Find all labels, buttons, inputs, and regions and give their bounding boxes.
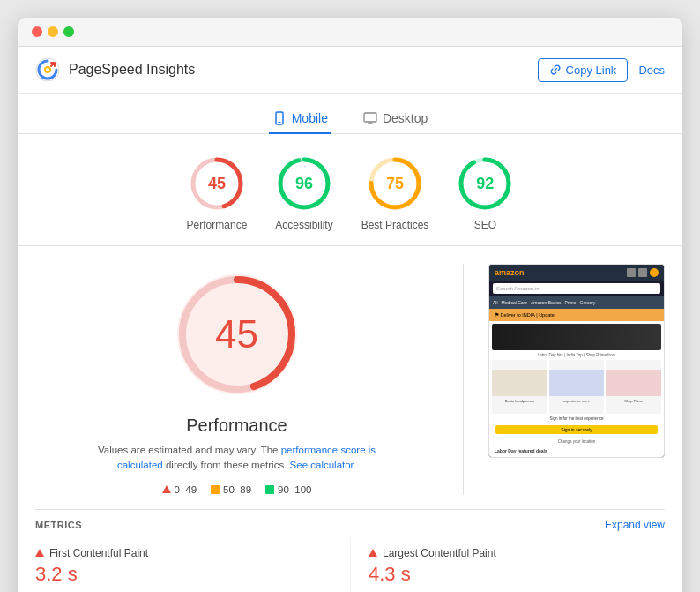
legend-triangle-red (162, 485, 171, 493)
metric-lcp-indicator (369, 549, 377, 557)
ss-product-text-3: Shop Prime (623, 398, 644, 404)
legend-range-low: 0–49 (175, 484, 197, 495)
score-card-performance: 45 Performance (187, 155, 248, 231)
metrics-section-title: METRICS (35, 520, 82, 530)
ss-product-img-1 (492, 370, 547, 396)
ss-sign-text: Sign in securely (561, 427, 592, 432)
ss-hero-labels: Labor Day hits | India Top | Shop Prime … (492, 352, 661, 358)
metric-fcp: First Contentful Paint 3.2 s (35, 538, 350, 593)
score-circle-accessibility: 96 (276, 155, 332, 212)
svg-rect-5 (364, 113, 376, 122)
ss-prime-bar: ⚑ Deliver to INDIA | Update (489, 309, 664, 321)
app-window: PageSpeed Insights Copy Link Docs Mobile (18, 18, 682, 592)
ss-sign-label: Sign in for the best experience (492, 416, 661, 422)
header-actions: Copy Link Docs (538, 58, 665, 82)
legend-range-mid: 50–89 (223, 484, 251, 495)
performance-left: 45 Performance Values are estimated and … (35, 264, 438, 495)
ss-product-text-2: experience more (562, 398, 591, 404)
main-content: 45 Performance Values are estimated and … (18, 246, 682, 592)
ss-products: Beats headphones experience more Shop Pr… (492, 360, 661, 414)
score-circle-best-practices: 75 (367, 155, 423, 212)
ss-search-bar: Search Amazon.in (493, 283, 660, 294)
score-circle-seo: 92 (457, 155, 513, 212)
metric-fcp-label-row: First Contentful Paint (35, 547, 332, 559)
metrics-header: METRICS Expand view (35, 509, 665, 538)
legend-square-orange (211, 485, 220, 494)
screenshot-inner: amazon Search Amazon.in All (489, 265, 664, 457)
score-card-seo: 92 SEO (457, 155, 513, 231)
docs-button[interactable]: Docs (638, 64, 665, 77)
ss-icon-1 (627, 268, 636, 277)
desc-link-2[interactable]: See calculator. (290, 460, 356, 470)
score-label-accessibility: Accessibility (275, 219, 332, 231)
ss-icon-2 (638, 268, 647, 277)
tab-desktop[interactable]: Desktop (360, 104, 431, 134)
score-cards: 45 Performance 96 Accessibility 75 (18, 134, 682, 245)
logo-area: PageSpeed Insights (35, 57, 195, 82)
expand-view-button[interactable]: Expand view (605, 519, 665, 531)
ss-product-2: experience more (549, 360, 605, 414)
metric-fcp-indicator (35, 549, 44, 557)
tabs-bar: Mobile Desktop (18, 94, 682, 134)
ss-search-text: Search Amazon.in (496, 286, 540, 291)
ss-header: amazon (489, 265, 664, 281)
maximize-button[interactable] (63, 26, 74, 37)
pagespeed-logo (35, 57, 60, 82)
ss-nav-item-3: Amazon Basics (531, 300, 561, 305)
ss-nav-item-4: Prime (565, 300, 577, 305)
metric-lcp: Largest Contentful Paint 4.3 s (350, 538, 665, 593)
ss-body: Labor Day hits | India Top | Shop Prime … (489, 321, 664, 457)
metric-lcp-value: 4.3 s (369, 563, 665, 586)
ss-nav-item-2: Medical Care (502, 300, 527, 305)
title-bar (18, 18, 682, 47)
score-value-seo: 92 (476, 175, 494, 193)
score-card-best-practices: 75 Best Practices (361, 155, 429, 231)
ss-product-text-1: Beats headphones (504, 398, 535, 404)
performance-title: Performance (186, 416, 287, 436)
metric-fcp-value: 3.2 s (35, 563, 332, 586)
copy-link-button[interactable]: Copy Link (538, 58, 629, 82)
tab-mobile[interactable]: Mobile (269, 104, 331, 134)
ss-product-img-2 (549, 370, 605, 396)
desc-text-1: Values are estimated and may vary. The (98, 445, 279, 455)
copy-link-label: Copy Link (566, 64, 617, 77)
close-button[interactable] (32, 26, 42, 37)
app-title: PageSpeed Insights (69, 62, 195, 78)
legend-item-low: 0–49 (162, 484, 197, 495)
metrics-grid: First Contentful Paint 3.2 s Largest Con… (35, 538, 665, 593)
metric-lcp-label: Largest Contentful Paint (383, 547, 496, 559)
ss-nav-item-1: All (493, 300, 498, 305)
legend: 0–49 50–89 90–100 (162, 484, 312, 495)
ss-product-1: Beats headphones (492, 360, 547, 414)
tab-mobile-label: Mobile (292, 111, 328, 125)
ss-caption: Change your location (492, 438, 661, 446)
link-icon (549, 64, 562, 76)
score-circle-performance: 45 (189, 155, 245, 212)
legend-item-mid: 50–89 (211, 484, 251, 495)
performance-section: 45 Performance Values are estimated and … (35, 246, 665, 509)
score-value-performance: 45 (208, 175, 226, 193)
ss-deals: Labor Day featured deals (492, 447, 661, 454)
legend-range-high: 90–100 (278, 484, 311, 495)
score-label-performance: Performance (187, 219, 248, 231)
ss-banner (492, 324, 661, 350)
ss-prime-text: ⚑ Deliver to INDIA | Update (495, 312, 555, 318)
performance-desc: Values are estimated and may vary. The p… (96, 443, 378, 474)
score-label-seo: SEO (474, 219, 496, 231)
ss-header-icons (627, 268, 659, 277)
screenshot-preview: amazon Search Amazon.in All (488, 264, 665, 458)
svg-point-2 (46, 68, 49, 71)
ss-nav-item-5: Grocery (580, 300, 596, 305)
app-header: PageSpeed Insights Copy Link Docs (18, 47, 682, 94)
ss-product-3: Shop Prime (606, 360, 661, 414)
desc-text-2: directly from these metrics. (166, 460, 287, 470)
desktop-icon (363, 111, 377, 125)
metric-lcp-label-row: Largest Contentful Paint (369, 547, 665, 559)
performance-right: amazon Search Amazon.in All (488, 264, 665, 458)
mobile-icon (272, 111, 287, 125)
ss-product-img-3 (606, 370, 661, 396)
legend-item-high: 90–100 (265, 484, 311, 495)
score-value-accessibility: 96 (295, 175, 313, 193)
minimize-button[interactable] (48, 26, 58, 37)
big-gauge: 45 (167, 264, 308, 405)
